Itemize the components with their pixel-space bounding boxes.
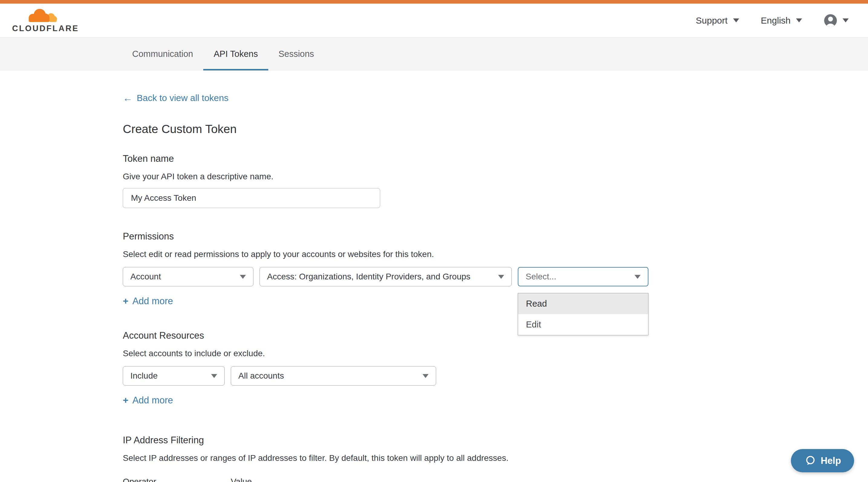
- account-resources-description: Select accounts to include or exclude.: [123, 349, 868, 358]
- token-name-description: Give your API token a descriptive name.: [123, 172, 868, 182]
- select-value: All accounts: [238, 371, 284, 381]
- tab-label: Communication: [132, 49, 193, 59]
- main-content: ← Back to view all tokens Create Custom …: [0, 70, 868, 482]
- tab-api-tokens[interactable]: API Tokens: [203, 38, 268, 70]
- permission-resource-select[interactable]: Access: Organizations, Identity Provider…: [259, 267, 512, 286]
- tab-communication[interactable]: Communication: [122, 38, 203, 70]
- permission-access-select[interactable]: Select...: [518, 267, 648, 286]
- select-value: Account: [130, 272, 161, 282]
- add-more-label: Add more: [132, 395, 173, 406]
- ip-filtering-section: IP Address Filtering Select IP addresses…: [123, 435, 868, 482]
- language-label: English: [761, 15, 790, 26]
- back-arrow-icon: ←: [123, 93, 132, 103]
- chevron-down-icon: [843, 19, 849, 22]
- chevron-down-icon: [498, 275, 504, 279]
- plus-icon: +: [123, 395, 128, 406]
- permission-scope-select[interactable]: Account: [123, 267, 253, 286]
- help-bubble-icon: [804, 455, 816, 467]
- site-header: CLOUDFLARE Support English: [0, 4, 868, 38]
- account-scope-select[interactable]: All accounts: [231, 366, 436, 386]
- select-placeholder: Select...: [526, 272, 556, 282]
- back-link[interactable]: ← Back to view all tokens: [123, 93, 228, 103]
- chevron-down-icon: [423, 374, 429, 378]
- tab-sessions[interactable]: Sessions: [268, 38, 324, 70]
- support-menu[interactable]: Support: [696, 15, 739, 26]
- account-menu[interactable]: [824, 14, 849, 27]
- operator-label: Operator: [123, 477, 231, 482]
- back-link-label: Back to view all tokens: [137, 93, 228, 103]
- chevron-down-icon: [240, 275, 246, 279]
- account-resources-row: Include All accounts: [123, 366, 868, 386]
- ip-labels-row: Operator Value: [123, 477, 868, 482]
- chevron-down-icon: [796, 19, 802, 22]
- account-resources-add-more-link[interactable]: + Add more: [123, 395, 173, 406]
- page-title: Create Custom Token: [123, 123, 868, 136]
- select-value: Access: Organizations, Identity Provider…: [267, 272, 470, 282]
- help-label: Help: [820, 455, 841, 466]
- access-dropdown-menu: Read Edit: [518, 293, 648, 335]
- account-mode-select[interactable]: Include: [123, 366, 225, 386]
- option-read[interactable]: Read: [518, 293, 648, 314]
- header-menus: Support English: [696, 14, 849, 27]
- cloudflare-logo[interactable]: CLOUDFLARE: [11, 7, 79, 33]
- value-label: Value: [231, 477, 252, 482]
- language-menu[interactable]: English: [761, 15, 802, 26]
- permissions-row: Account Access: Organizations, Identity …: [123, 267, 868, 286]
- plus-icon: +: [123, 295, 128, 307]
- select-value: Include: [130, 371, 158, 381]
- option-label: Edit: [526, 320, 541, 330]
- tab-label: API Tokens: [214, 49, 258, 59]
- account-resources-heading: Account Resources: [123, 330, 868, 341]
- chevron-down-icon: [634, 275, 641, 279]
- ip-filtering-description: Select IP addresses or ranges of IP addr…: [123, 453, 868, 463]
- account-resources-section: Account Resources Select accounts to inc…: [123, 330, 868, 406]
- permissions-description: Select edit or read permissions to apply…: [123, 250, 868, 259]
- permission-access-select-wrap: Select... Read Edit: [518, 267, 648, 286]
- brand-wordmark: CLOUDFLARE: [11, 24, 79, 33]
- token-name-heading: Token name: [123, 153, 868, 164]
- option-edit[interactable]: Edit: [518, 314, 648, 335]
- permissions-add-more-link[interactable]: + Add more: [123, 295, 173, 307]
- brand-accent-bar: [0, 0, 868, 4]
- ip-filtering-heading: IP Address Filtering: [123, 435, 868, 446]
- token-name-section: Token name Give your API token a descrip…: [123, 153, 868, 208]
- avatar-icon: [824, 14, 837, 27]
- permissions-section: Permissions Select edit or read permissi…: [123, 231, 868, 307]
- option-label: Read: [526, 299, 547, 309]
- chevron-down-icon: [733, 19, 739, 22]
- add-more-label: Add more: [132, 296, 173, 307]
- support-label: Support: [696, 15, 728, 26]
- permissions-heading: Permissions: [123, 231, 868, 242]
- tab-label: Sessions: [279, 49, 314, 59]
- chevron-down-icon: [211, 374, 217, 378]
- help-button[interactable]: Help: [791, 449, 854, 472]
- tabs-bar: Communication API Tokens Sessions: [0, 38, 868, 70]
- token-name-input[interactable]: [123, 188, 380, 208]
- cloudflare-cloud-icon: [11, 7, 71, 23]
